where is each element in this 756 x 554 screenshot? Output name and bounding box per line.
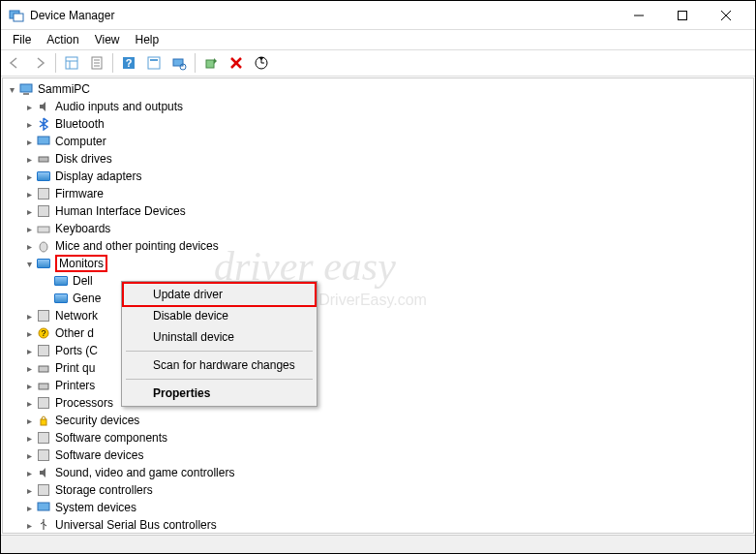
chevron-down-icon[interactable]: ▾ — [22, 259, 36, 269]
toolbar-separator — [195, 53, 196, 73]
tree-item-audio[interactable]: ▸ Audio inputs and outputs — [5, 98, 751, 115]
chevron-right-icon[interactable]: ▸ — [22, 450, 36, 461]
other-devices-icon: ? — [36, 325, 51, 341]
tree-item-label: Computer — [55, 135, 106, 148]
device-tree[interactable]: ▾ SammiPC ▸ Audio inputs and outputs ▸ B… — [2, 77, 754, 534]
tree-item-mice[interactable]: ▸ Mice and other pointing devices — [5, 237, 751, 255]
tree-item-software-components[interactable]: ▸ Software components — [5, 429, 751, 446]
tree-item-system[interactable]: ▸ System devices — [5, 499, 751, 516]
menu-view[interactable]: View — [87, 31, 128, 48]
scan-hardware-button[interactable] — [167, 51, 191, 75]
forward-button — [28, 51, 51, 75]
tree-root[interactable]: ▾ SammiPC — [5, 80, 751, 98]
update-driver-button[interactable] — [250, 51, 273, 75]
menu-file[interactable]: File — [5, 31, 39, 48]
chevron-right-icon[interactable]: ▸ — [22, 433, 36, 444]
context-separator — [126, 379, 313, 380]
chevron-right-icon[interactable]: ▸ — [22, 468, 36, 478]
chevron-down-icon[interactable]: ▾ — [5, 84, 18, 95]
chevron-right-icon[interactable]: ▸ — [22, 189, 36, 200]
context-item-disable-device[interactable]: Disable device — [124, 305, 315, 326]
chevron-right-icon[interactable]: ▸ — [22, 224, 36, 234]
context-item-properties[interactable]: Properties — [124, 383, 315, 404]
menu-action[interactable]: Action — [39, 31, 86, 48]
tree-item-network[interactable]: ▸ Network — [5, 307, 751, 324]
tree-item-other-devices[interactable]: ▸ ? Other d — [5, 324, 751, 342]
tree-item-monitor-child[interactable]: Gene — [5, 290, 751, 307]
help-button[interactable]: ? — [117, 51, 140, 75]
svg-rect-32 — [39, 384, 48, 389]
chevron-right-icon[interactable]: ▸ — [22, 311, 36, 322]
svg-text:?: ? — [41, 328, 45, 338]
chevron-right-icon[interactable]: ▸ — [22, 503, 36, 513]
uninstall-device-button[interactable] — [225, 51, 248, 75]
display-adapter-icon — [36, 169, 51, 184]
tree-item-storage[interactable]: ▸ Storage controllers — [5, 481, 751, 499]
chevron-right-icon[interactable]: ▸ — [22, 346, 36, 356]
window-title: Device Manager — [30, 9, 617, 22]
status-bar — [1, 535, 755, 553]
tree-item-ports[interactable]: ▸ Ports (C — [5, 342, 751, 359]
action-button[interactable] — [142, 51, 166, 75]
context-item-update-driver[interactable]: Update driver — [124, 284, 315, 305]
tree-item-label: Keyboards — [55, 222, 110, 235]
tree-item-monitor-child[interactable]: Dell — [5, 272, 751, 290]
tree-item-processors[interactable]: ▸ Processors — [5, 394, 751, 412]
context-separator — [126, 351, 313, 352]
tree-item-print-queues[interactable]: ▸ Print qu — [5, 359, 751, 377]
chevron-right-icon[interactable]: ▸ — [22, 416, 36, 426]
svg-rect-6 — [66, 57, 77, 69]
chevron-right-icon[interactable]: ▸ — [22, 485, 36, 496]
tree-item-security[interactable]: ▸ Security devices — [5, 412, 751, 429]
minimize-button[interactable] — [617, 1, 660, 29]
tree-item-usb[interactable]: ▸ Universal Serial Bus controllers — [5, 516, 751, 534]
menu-bar: File Action View Help — [1, 30, 755, 49]
chevron-right-icon[interactable]: ▸ — [22, 137, 36, 147]
tree-item-hid[interactable]: ▸ Human Interface Devices — [5, 202, 751, 220]
show-hide-console-button[interactable] — [60, 51, 83, 75]
chevron-right-icon[interactable]: ▸ — [22, 398, 36, 409]
tree-item-firmware[interactable]: ▸ Firmware — [5, 185, 751, 202]
chevron-right-icon[interactable]: ▸ — [22, 328, 36, 339]
tree-item-monitors[interactable]: ▾ Monitors — [5, 255, 751, 272]
close-button[interactable] — [704, 1, 747, 29]
svg-rect-34 — [38, 503, 49, 510]
chevron-right-icon[interactable]: ▸ — [22, 381, 36, 391]
tree-item-label: Disk drives — [55, 152, 112, 166]
tree-item-software-devices[interactable]: ▸ Software devices — [5, 446, 751, 464]
chevron-right-icon[interactable]: ▸ — [22, 154, 36, 165]
menu-help[interactable]: Help — [128, 31, 167, 48]
tree-item-sound[interactable]: ▸ Sound, video and game controllers — [5, 464, 751, 481]
processor-icon — [36, 395, 51, 411]
svg-rect-27 — [38, 227, 49, 232]
context-item-scan-hardware[interactable]: Scan for hardware changes — [124, 354, 315, 376]
tree-item-label: Dell — [73, 274, 93, 288]
context-menu[interactable]: Update driver Disable device Uninstall d… — [121, 281, 318, 407]
back-button — [3, 51, 26, 75]
tree-item-keyboards[interactable]: ▸ Keyboards — [5, 220, 751, 237]
tree-item-label: Gene — [73, 292, 101, 305]
tree-item-label: Mice and other pointing devices — [55, 239, 219, 253]
tree-item-display-adapters[interactable]: ▸ Display adapters — [5, 168, 751, 185]
svg-rect-3 — [678, 11, 686, 19]
properties-button[interactable] — [85, 51, 108, 75]
monitor-icon — [53, 291, 69, 306]
tree-item-disk-drives[interactable]: ▸ Disk drives — [5, 150, 751, 168]
tree-item-printers[interactable]: ▸ Printers — [5, 377, 751, 394]
svg-rect-31 — [39, 366, 48, 372]
chevron-right-icon[interactable]: ▸ — [22, 171, 36, 182]
svg-rect-19 — [206, 60, 214, 68]
firmware-icon — [36, 186, 51, 201]
maximize-button[interactable] — [660, 1, 704, 29]
context-item-uninstall-device[interactable]: Uninstall device — [124, 326, 315, 348]
chevron-right-icon[interactable]: ▸ — [22, 102, 36, 112]
tree-item-computer[interactable]: ▸ Computer — [5, 133, 751, 150]
chevron-right-icon[interactable]: ▸ — [22, 520, 36, 531]
chevron-right-icon[interactable]: ▸ — [22, 363, 36, 374]
chevron-right-icon[interactable]: ▸ — [22, 119, 36, 130]
enable-device-button[interactable] — [199, 51, 223, 75]
chevron-right-icon[interactable]: ▸ — [22, 241, 36, 252]
tree-item-label: Software devices — [55, 448, 143, 462]
tree-item-bluetooth[interactable]: ▸ Bluetooth — [5, 115, 751, 133]
chevron-right-icon[interactable]: ▸ — [22, 206, 36, 217]
